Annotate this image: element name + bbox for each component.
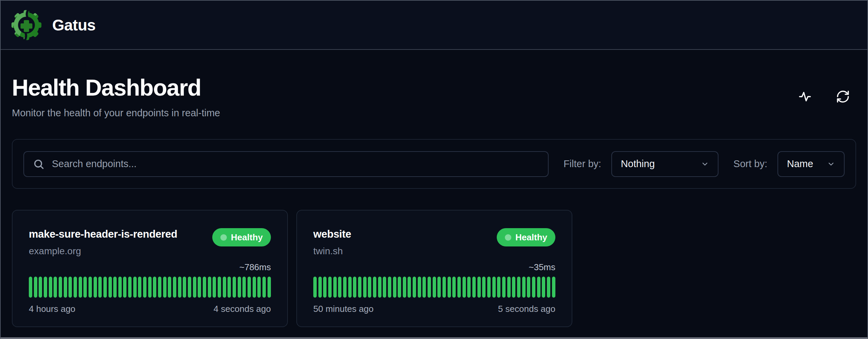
uptime-bar [242,277,246,298]
sort-by-label: Sort by: [733,158,767,170]
newest-result-label: 4 seconds ago [214,304,271,314]
uptime-bar [482,277,486,298]
newest-result-label: 5 seconds ago [498,304,555,314]
uptime-bar [393,277,396,298]
time-range: 50 minutes ago 5 seconds ago [313,304,555,314]
uptime-bar [113,277,117,298]
header-actions [798,89,856,104]
uptime-bar [338,277,341,298]
uptime-bar [257,277,261,298]
uptime-bar [59,277,62,298]
uptime-bar [79,277,82,298]
uptime-bar [408,277,411,298]
status-badge-label: Healthy [231,232,263,243]
main-content: Health Dashboard Monitor the health of y… [1,74,867,327]
uptime-bar [163,277,166,298]
uptime-bar [497,277,500,298]
uptime-bar [313,277,317,298]
uptime-bar [532,277,535,298]
uptime-bar [268,277,271,298]
uptime-bar [547,277,550,298]
uptime-bar [238,277,241,298]
uptime-bar [333,277,337,298]
uptime-bar [433,277,436,298]
uptime-bar [262,277,266,298]
uptime-bar [188,277,191,298]
uptime-bar [358,277,361,298]
endpoint-card-titles: website twin.sh [313,228,351,257]
uptime-bar [138,277,141,298]
brand-title: Gatus [52,16,96,34]
endpoint-card-titles: make-sure-header-is-rendered example.org [29,228,177,257]
page-title: Health Dashboard [12,74,220,101]
uptime-bar [64,277,67,298]
sort-select-value: Name [787,158,813,170]
refresh-icon [836,89,850,104]
uptime-bar [49,277,52,298]
uptime-bar [323,277,327,298]
uptime-bar [34,277,37,298]
uptime-bar [472,277,476,298]
uptime-bar [452,277,456,298]
page-header: Health Dashboard Monitor the health of y… [12,74,856,119]
uptime-bar [108,277,112,298]
uptime-bar [218,277,221,298]
home-link[interactable]: Gatus [11,9,96,41]
uptime-bar [502,277,506,298]
oldest-result-label: 50 minutes ago [313,304,374,314]
uptime-bar [413,277,416,298]
uptime-bar [383,277,386,298]
uptime-bar [353,277,356,298]
uptime-bar [103,277,107,298]
uptime-bar [44,277,47,298]
uptime-bar [487,277,491,298]
status-badge: Healthy [497,228,555,246]
search-box [23,151,549,177]
oldest-result-label: 4 hours ago [29,304,75,314]
uptime-bar [74,277,77,298]
sort-select[interactable]: Name [777,151,845,177]
uptime-bar [542,277,545,298]
filter-toolbar: Filter by: Nothing Sort by: Name [12,139,856,189]
search-input[interactable] [52,158,539,170]
endpoint-card-header: website twin.sh Healthy [313,228,555,257]
uptime-bars [313,277,555,298]
uptime-bar [178,277,181,298]
uptime-bar [477,277,481,298]
status-dot-icon [220,234,227,241]
uptime-bar [373,277,376,298]
refresh-button[interactable] [836,89,850,104]
uptime-bar [88,277,92,298]
uptime-bar [203,277,206,298]
uptime-bar [388,277,391,298]
filter-select[interactable]: Nothing [611,151,718,177]
uptime-bar [437,277,441,298]
uptime-bar [318,277,322,298]
chevron-down-icon [827,160,835,168]
avg-response-time: ~35ms [529,262,555,273]
uptime-bar [428,277,431,298]
filter-select-value: Nothing [621,158,655,170]
endpoint-card[interactable]: website twin.sh Healthy ~35ms 50 minutes… [296,210,572,327]
uptime-bar [208,277,211,298]
uptime-bar [213,277,216,298]
uptime-bar [527,277,530,298]
endpoint-cards: make-sure-header-is-rendered example.org… [12,210,856,327]
uptime-bar [183,277,186,298]
endpoint-host: example.org [29,246,177,257]
uptime-bar [233,277,236,298]
uptime-bar [348,277,352,298]
uptime-bar [153,277,156,298]
uptime-bar [522,277,526,298]
activity-toggle-button[interactable] [798,89,812,104]
avg-response-time: ~786ms [239,262,271,273]
uptime-bar [442,277,446,298]
uptime-bar [83,277,87,298]
uptime-bar [98,277,102,298]
uptime-bar [457,277,461,298]
uptime-bar [517,277,520,298]
endpoint-card[interactable]: make-sure-header-is-rendered example.org… [12,210,288,327]
uptime-bar [133,277,137,298]
uptime-bar [223,277,226,298]
uptime-bar [228,277,231,298]
